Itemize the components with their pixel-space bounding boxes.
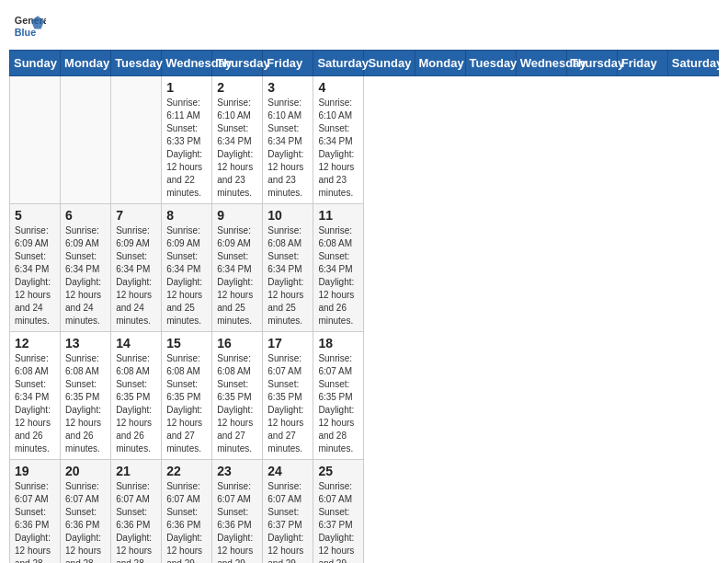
day-info: Sunrise: 6:07 AM Sunset: 6:35 PM Dayligh… [318,352,358,455]
day-number: 4 [318,80,358,95]
calendar-cell: 2Sunrise: 6:10 AM Sunset: 6:34 PM Daylig… [212,76,263,204]
day-number: 19 [15,464,55,478]
calendar-week-4: 19Sunrise: 6:07 AM Sunset: 6:36 PM Dayli… [10,460,719,564]
day-number: 20 [65,464,106,478]
calendar-cell: 18Sunrise: 6:07 AM Sunset: 6:35 PM Dayli… [313,332,364,460]
day-number: 8 [166,208,207,223]
calendar-week-2: 5Sunrise: 6:09 AM Sunset: 6:34 PM Daylig… [10,204,719,332]
day-number: 5 [15,208,55,223]
calendar-cell: 9Sunrise: 6:09 AM Sunset: 6:34 PM Daylig… [212,204,263,332]
day-info: Sunrise: 6:10 AM Sunset: 6:34 PM Dayligh… [217,97,257,200]
weekday-header-tuesday: Tuesday [111,51,162,76]
calendar-cell: 23Sunrise: 6:07 AM Sunset: 6:36 PM Dayli… [212,460,263,564]
day-info: Sunrise: 6:08 AM Sunset: 6:35 PM Dayligh… [65,352,106,455]
day-info: Sunrise: 6:07 AM Sunset: 6:36 PM Dayligh… [65,480,106,563]
day-info: Sunrise: 6:10 AM Sunset: 6:34 PM Dayligh… [318,97,358,200]
calendar-cell: 11Sunrise: 6:08 AM Sunset: 6:34 PM Dayli… [313,204,364,332]
calendar-cell: 5Sunrise: 6:09 AM Sunset: 6:34 PM Daylig… [10,204,61,332]
day-number: 21 [116,464,156,478]
day-info: Sunrise: 6:08 AM Sunset: 6:34 PM Dayligh… [318,224,358,327]
weekday-header-monday: Monday [415,51,465,76]
calendar-cell: 8Sunrise: 6:09 AM Sunset: 6:34 PM Daylig… [162,204,212,332]
day-number: 25 [318,464,358,478]
day-number: 23 [217,464,257,478]
calendar-cell: 19Sunrise: 6:07 AM Sunset: 6:36 PM Dayli… [10,460,61,564]
day-number: 24 [267,464,308,478]
day-number: 3 [267,80,308,95]
calendar-cell: 7Sunrise: 6:09 AM Sunset: 6:34 PM Daylig… [111,204,162,332]
page-header: General Blue [9,9,719,42]
day-number: 11 [318,208,358,223]
day-info: Sunrise: 6:07 AM Sunset: 6:36 PM Dayligh… [15,480,55,563]
day-info: Sunrise: 6:10 AM Sunset: 6:34 PM Dayligh… [267,97,308,200]
day-number: 14 [116,336,156,350]
weekday-header-thursday: Thursday [212,51,263,76]
day-number: 1 [166,80,207,95]
weekday-header-saturday: Saturday [667,51,718,76]
day-number: 18 [318,336,358,350]
weekday-header-sunday: Sunday [364,51,415,76]
calendar-cell: 10Sunrise: 6:08 AM Sunset: 6:34 PM Dayli… [263,204,313,332]
day-number: 12 [15,336,55,350]
calendar-cell: 25Sunrise: 6:07 AM Sunset: 6:37 PM Dayli… [313,460,364,564]
calendar-cell: 24Sunrise: 6:07 AM Sunset: 6:37 PM Dayli… [263,460,313,564]
day-info: Sunrise: 6:08 AM Sunset: 6:35 PM Dayligh… [217,352,257,455]
day-info: Sunrise: 6:07 AM Sunset: 6:36 PM Dayligh… [217,480,257,563]
weekday-header-wednesday: Wednesday [516,51,566,76]
day-number: 15 [166,336,207,350]
calendar-cell [111,76,162,204]
weekday-header-monday: Monday [61,51,111,76]
weekday-header-thursday: Thursday [566,51,617,76]
day-number: 10 [267,208,308,223]
weekday-header-friday: Friday [617,51,667,76]
day-number: 7 [116,208,156,223]
day-number: 2 [217,80,257,95]
calendar-cell: 20Sunrise: 6:07 AM Sunset: 6:36 PM Dayli… [61,460,111,564]
calendar-cell: 14Sunrise: 6:08 AM Sunset: 6:35 PM Dayli… [111,332,162,460]
calendar-cell: 21Sunrise: 6:07 AM Sunset: 6:36 PM Dayli… [111,460,162,564]
day-info: Sunrise: 6:09 AM Sunset: 6:34 PM Dayligh… [65,224,106,327]
calendar-cell [61,76,111,204]
day-number: 13 [65,336,106,350]
day-info: Sunrise: 6:09 AM Sunset: 6:34 PM Dayligh… [166,224,207,327]
day-info: Sunrise: 6:09 AM Sunset: 6:34 PM Dayligh… [116,224,156,327]
calendar-cell: 15Sunrise: 6:08 AM Sunset: 6:35 PM Dayli… [162,332,212,460]
calendar-cell: 3Sunrise: 6:10 AM Sunset: 6:34 PM Daylig… [263,76,313,204]
calendar-cell: 4Sunrise: 6:10 AM Sunset: 6:34 PM Daylig… [313,76,364,204]
day-info: Sunrise: 6:08 AM Sunset: 6:34 PM Dayligh… [15,352,55,455]
weekday-header-sunday: Sunday [10,51,61,76]
day-info: Sunrise: 6:07 AM Sunset: 6:36 PM Dayligh… [116,480,156,563]
day-number: 22 [166,464,207,478]
day-info: Sunrise: 6:07 AM Sunset: 6:35 PM Dayligh… [267,352,308,455]
calendar-cell: 16Sunrise: 6:08 AM Sunset: 6:35 PM Dayli… [212,332,263,460]
day-number: 16 [217,336,257,350]
calendar-cell: 12Sunrise: 6:08 AM Sunset: 6:34 PM Dayli… [10,332,61,460]
calendar-cell: 17Sunrise: 6:07 AM Sunset: 6:35 PM Dayli… [263,332,313,460]
weekday-header-friday: Friday [263,51,313,76]
day-info: Sunrise: 6:08 AM Sunset: 6:35 PM Dayligh… [116,352,156,455]
svg-text:Blue: Blue [15,27,36,38]
calendar-week-3: 12Sunrise: 6:08 AM Sunset: 6:34 PM Dayli… [10,332,719,460]
logo: General Blue [13,9,46,42]
day-info: Sunrise: 6:08 AM Sunset: 6:35 PM Dayligh… [166,352,207,455]
day-number: 17 [267,336,308,350]
calendar-header-row: SundayMondayTuesdayWednesdayThursdayFrid… [10,51,719,76]
logo-icon: General Blue [13,9,46,42]
day-info: Sunrise: 6:11 AM Sunset: 6:33 PM Dayligh… [166,97,207,200]
day-info: Sunrise: 6:08 AM Sunset: 6:34 PM Dayligh… [267,224,308,327]
calendar-cell: 6Sunrise: 6:09 AM Sunset: 6:34 PM Daylig… [61,204,111,332]
calendar-cell [10,76,61,204]
calendar-cell: 22Sunrise: 6:07 AM Sunset: 6:36 PM Dayli… [162,460,212,564]
day-info: Sunrise: 6:09 AM Sunset: 6:34 PM Dayligh… [15,224,55,327]
day-info: Sunrise: 6:07 AM Sunset: 6:37 PM Dayligh… [267,480,308,563]
weekday-header-wednesday: Wednesday [162,51,212,76]
weekday-header-tuesday: Tuesday [465,51,516,76]
day-number: 9 [217,208,257,223]
day-number: 6 [65,208,106,223]
calendar-week-1: 1Sunrise: 6:11 AM Sunset: 6:33 PM Daylig… [10,76,719,204]
day-info: Sunrise: 6:09 AM Sunset: 6:34 PM Dayligh… [217,224,257,327]
weekday-header-saturday: Saturday [313,51,364,76]
calendar-cell: 13Sunrise: 6:08 AM Sunset: 6:35 PM Dayli… [61,332,111,460]
day-info: Sunrise: 6:07 AM Sunset: 6:36 PM Dayligh… [166,480,207,563]
calendar-cell: 1Sunrise: 6:11 AM Sunset: 6:33 PM Daylig… [162,76,212,204]
